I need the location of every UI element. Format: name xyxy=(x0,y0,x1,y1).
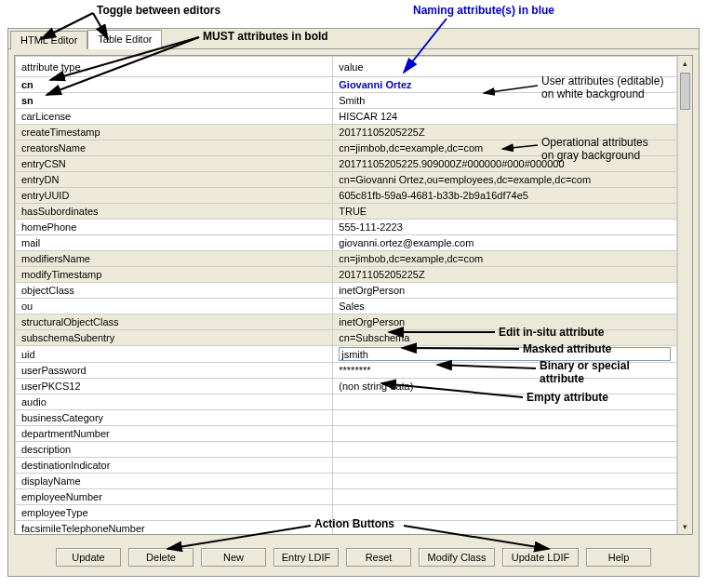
attr-name-cell[interactable]: creatorsName xyxy=(16,140,333,156)
attr-name-cell[interactable]: mail xyxy=(16,235,333,251)
table-row[interactable]: facsimileTelephoneNumber xyxy=(16,521,677,536)
attr-value-cell[interactable]: (non string data) xyxy=(333,379,677,394)
attr-value-cell[interactable] xyxy=(333,410,677,426)
attr-value-cell[interactable]: inetOrgPerson xyxy=(333,283,677,299)
attr-value-cell[interactable]: 20171105205225Z xyxy=(333,125,677,140)
attr-name-cell[interactable]: audio xyxy=(16,394,333,410)
attr-value-cell[interactable] xyxy=(333,458,677,474)
attr-name-cell[interactable]: modifiersName xyxy=(16,251,333,267)
attr-name-cell[interactable]: subschemaSubentry xyxy=(16,330,333,346)
attr-value-cell[interactable] xyxy=(333,489,677,505)
attr-name-cell[interactable]: destinationIndicator xyxy=(16,458,333,474)
attr-value-cell[interactable]: 605c81fb-59a9-4681-b33b-2b9a16df74e5 xyxy=(333,188,677,204)
attr-value-cell[interactable] xyxy=(333,474,677,489)
delete-button[interactable]: Delete xyxy=(128,548,193,567)
table-row[interactable]: entryDNcn=Giovanni Ortez,ou=employees,dc… xyxy=(16,172,677,188)
table-row[interactable]: audio xyxy=(16,394,677,410)
attr-value-cell[interactable]: 20171105205225Z xyxy=(333,267,677,283)
reset-button[interactable]: Reset xyxy=(346,548,411,567)
attr-name-cell[interactable]: cn xyxy=(16,77,333,93)
attr-name-cell[interactable]: employeeType xyxy=(16,505,333,521)
new-button[interactable]: New xyxy=(201,548,266,567)
attr-name-cell[interactable]: facsimileTelephoneNumber xyxy=(16,521,333,536)
attr-value-cell[interactable]: ******** xyxy=(333,363,677,379)
attr-value-cell[interactable]: cn=jimbob,dc=example,dc=com xyxy=(333,251,677,267)
table-row[interactable]: destinationIndicator xyxy=(16,458,677,474)
help-button[interactable]: Help xyxy=(586,548,651,567)
table-row[interactable]: mailgiovanni.ortez@example.com xyxy=(16,235,677,251)
attr-name-cell[interactable]: displayName xyxy=(16,474,333,489)
attr-value-cell[interactable]: Giovanni Ortez xyxy=(333,77,677,93)
table-row[interactable]: objectClassinetOrgPerson xyxy=(16,283,677,299)
attr-name-cell[interactable]: carLicense xyxy=(16,109,333,125)
attr-name-cell[interactable]: employeeNumber xyxy=(16,489,333,505)
scroll-up-icon[interactable]: ▴ xyxy=(678,56,692,71)
tab-html-editor[interactable]: HTML Editor xyxy=(10,31,87,49)
update-button[interactable]: Update xyxy=(56,548,121,567)
attr-value-cell[interactable] xyxy=(333,394,677,410)
attr-value-cell[interactable]: 20171105205225.909000Z#000000#000#000000 xyxy=(333,156,677,172)
inline-edit-input[interactable] xyxy=(339,347,671,361)
attr-name-cell[interactable]: sn xyxy=(16,93,333,109)
attr-name-cell[interactable]: structuralObjectClass xyxy=(16,314,333,330)
attr-value-cell[interactable]: cn=jimbob,dc=example,dc=com xyxy=(333,140,677,156)
attr-name-cell[interactable]: userPassword xyxy=(16,363,333,379)
attr-value-cell[interactable]: TRUE xyxy=(333,204,677,220)
attr-value-cell[interactable]: 555-111-2223 xyxy=(333,220,677,235)
table-row[interactable]: creatorsNamecn=jimbob,dc=example,dc=com xyxy=(16,140,677,156)
table-row[interactable]: entryCSN20171105205225.909000Z#000000#00… xyxy=(16,156,677,172)
attr-value-cell[interactable]: inetOrgPerson xyxy=(333,314,677,330)
table-row[interactable]: snSmith xyxy=(16,93,677,109)
entry-ldif-button[interactable]: Entry LDIF xyxy=(273,548,339,567)
table-row[interactable]: hasSubordinatesTRUE xyxy=(16,204,677,220)
scroll-down-icon[interactable]: ▾ xyxy=(678,519,692,534)
table-row[interactable]: carLicenseHISCAR 124 xyxy=(16,109,677,125)
attr-name-cell[interactable]: modifyTimestamp xyxy=(16,267,333,283)
attr-name-cell[interactable]: hasSubordinates xyxy=(16,204,333,220)
table-row[interactable]: employeeNumber xyxy=(16,489,677,505)
table-row[interactable]: displayName xyxy=(16,474,677,489)
scroll-thumb[interactable] xyxy=(680,73,690,110)
attr-name-cell[interactable]: departmentNumber xyxy=(16,426,333,442)
table-row[interactable]: description xyxy=(16,442,677,458)
attr-name-cell[interactable]: entryDN xyxy=(16,172,333,188)
table-row[interactable]: homePhone555-111-2223 xyxy=(16,220,677,235)
attr-name-cell[interactable]: entryUUID xyxy=(16,188,333,204)
attr-value-cell[interactable]: Smith xyxy=(333,93,677,109)
attr-value-cell[interactable]: Sales xyxy=(333,299,677,314)
table-row[interactable]: userPKCS12(non string data) xyxy=(16,379,677,394)
attr-value-cell[interactable]: giovanni.ortez@example.com xyxy=(333,235,677,251)
attr-value-cell[interactable] xyxy=(333,521,677,536)
table-row[interactable]: uid xyxy=(16,346,677,363)
table-row[interactable]: employeeType xyxy=(16,505,677,521)
vertical-scrollbar[interactable]: ▴ ▾ xyxy=(677,56,692,534)
modify-class-button[interactable]: Modify Class xyxy=(419,548,495,567)
table-row[interactable]: businessCategory xyxy=(16,410,677,426)
attr-value-cell[interactable]: HISCAR 124 xyxy=(333,109,677,125)
attr-value-cell[interactable]: cn=Giovanni Ortez,ou=employees,dc=exampl… xyxy=(333,172,677,188)
update-ldif-button[interactable]: Update LDIF xyxy=(502,548,579,567)
table-row[interactable]: entryUUID605c81fb-59a9-4681-b33b-2b9a16d… xyxy=(16,188,677,204)
table-row[interactable]: structuralObjectClassinetOrgPerson xyxy=(16,314,677,330)
table-row[interactable]: userPassword******** xyxy=(16,363,677,379)
attr-value-cell[interactable] xyxy=(333,346,677,363)
attr-value-cell[interactable]: cn=Subschema xyxy=(333,330,677,346)
attr-name-cell[interactable]: createTimestamp xyxy=(16,125,333,140)
attr-name-cell[interactable]: userPKCS12 xyxy=(16,379,333,394)
table-row[interactable]: subschemaSubentrycn=Subschema xyxy=(16,330,677,346)
table-row[interactable]: modifyTimestamp20171105205225Z xyxy=(16,267,677,283)
attr-name-cell[interactable]: businessCategory xyxy=(16,410,333,426)
table-row[interactable]: ouSales xyxy=(16,299,677,314)
attr-name-cell[interactable]: objectClass xyxy=(16,283,333,299)
table-row[interactable]: modifiersNamecn=jimbob,dc=example,dc=com xyxy=(16,251,677,267)
table-row[interactable]: createTimestamp20171105205225Z xyxy=(16,125,677,140)
attr-name-cell[interactable]: homePhone xyxy=(16,220,333,235)
attr-name-cell[interactable]: description xyxy=(16,442,333,458)
attr-value-cell[interactable] xyxy=(333,442,677,458)
attr-value-cell[interactable] xyxy=(333,505,677,521)
attr-name-cell[interactable]: uid xyxy=(16,346,333,363)
table-row[interactable]: cnGiovanni Ortez xyxy=(16,77,677,93)
tab-table-editor[interactable]: Table Editor xyxy=(87,30,162,49)
col-header-val[interactable]: value xyxy=(333,57,677,77)
attr-name-cell[interactable]: ou xyxy=(16,299,333,314)
